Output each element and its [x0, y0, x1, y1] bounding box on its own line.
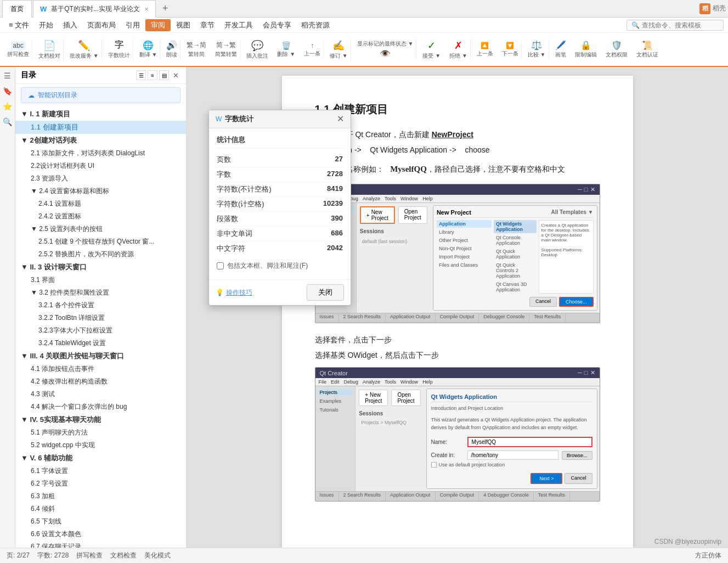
toc-item-4[interactable]: 2.2设计对话框列表 UI — [15, 160, 186, 172]
doc-tab-close[interactable]: × — [144, 5, 149, 13]
toc-item-30[interactable]: 6.3 加粗 — [15, 490, 186, 503]
toc-item-8[interactable]: 2.4.2 设置图标 — [15, 210, 186, 223]
toc-item-31[interactable]: 6.4 倾斜 — [15, 503, 186, 515]
qt-cancel-btn2[interactable]: Cancel — [565, 473, 592, 484]
tool-doc-check[interactable]: 📄 文档校对 — [36, 38, 64, 61]
tool-delete[interactable]: 🗑️ 删除 ▼ — [274, 40, 298, 59]
toc-item-17[interactable]: 3.2.3字体大小下拉框设置 — [15, 324, 186, 337]
watermark: CSDN @biyezuopinvip — [654, 538, 721, 545]
tool-correction[interactable]: ✏️ 批改服务 ▼ — [67, 38, 102, 61]
status-bar: 页: 2/27 字数: 2728 拼写检查 文档检查 美化模式 方正仿体 — [0, 548, 728, 563]
tool-cert[interactable]: 📜 文档认证 — [634, 39, 661, 60]
toc-item-27[interactable]: ▼ V. 6 辅助功能 — [15, 452, 186, 465]
toc-item-18[interactable]: 3.2.4 TableWidget 设置 — [15, 337, 186, 350]
toc-item-33[interactable]: 6.6 设置文本颜色 — [15, 528, 186, 541]
dialog-checkbox-row[interactable]: 包括文本框、脚注和尾注(F) — [217, 256, 343, 273]
toc-item-21[interactable]: 4.2 修改弹出框的构造函数 — [15, 375, 186, 388]
add-tab[interactable]: + — [157, 1, 174, 16]
menu-layout[interactable]: 页面布局 — [83, 19, 120, 31]
tool-next2[interactable]: 🔽 下一条 — [499, 41, 522, 59]
toc-item-6[interactable]: ▼ 2.4 设置窗体标题和图标 — [15, 185, 186, 198]
tool-translate[interactable]: 🌐 翻译 ▼ — [137, 39, 161, 60]
tool-reject[interactable]: ✗ 拒绝 ▼ — [447, 38, 471, 61]
qt-choose-btn[interactable]: Choose... — [559, 297, 594, 307]
toc-item-5[interactable]: 2.3 资源导入 — [15, 172, 186, 185]
toc-item-28[interactable]: 6.1 字体设置 — [15, 465, 186, 477]
doc-heading: 1.1 创建新项目 — [315, 102, 600, 117]
toc-btn-view[interactable]: ▤ — [159, 70, 169, 80]
dialog-section-title: 统计信息 — [217, 135, 343, 148]
home-tab[interactable]: 首页 — [2, 0, 32, 18]
menu-ref[interactable]: 引用 — [121, 19, 144, 31]
sidebar-icon-bookmark[interactable]: 🔖 — [3, 87, 12, 95]
toc-item-22[interactable]: 4.3 测试 — [15, 388, 186, 401]
tool-spell-check[interactable]: abc 拼写检查 — [4, 40, 32, 59]
toc-item-19[interactable]: ▼ III. 4 关联图片按钮与聊天窗口 — [15, 350, 186, 363]
smart-toc-btn[interactable]: ☁ 智能识别目录 — [21, 87, 180, 103]
search-input[interactable] — [642, 21, 719, 29]
stat-row-nospace: 字符数(不计空格)8419 — [217, 182, 343, 197]
tool-accept[interactable]: ✓ 接受 ▼ — [420, 38, 443, 61]
menu-member[interactable]: 会员专享 — [258, 19, 296, 31]
tool-simp-trad[interactable]: 简→繁 简繁转繁 — [212, 40, 240, 59]
toc-btn-collapse[interactable]: ☰ — [136, 70, 146, 80]
toc-item-3[interactable]: 2.1 添加新文件，对话列表类 DialogList — [15, 147, 186, 160]
tool-prev-comment[interactable]: ↑ 上一条 — [301, 41, 324, 59]
toc-close[interactable]: ✕ — [171, 70, 180, 80]
toc-item-26[interactable]: 5.2 widget.cpp 中实现 — [15, 439, 186, 452]
toc-item-10[interactable]: 2.5.1 创建 9 个按钮存放到 QVector 窗... — [15, 235, 186, 248]
tool-comment[interactable]: 💬 插入批注 — [244, 38, 271, 61]
toc-item-1[interactable]: 1.1 创建新项目 — [15, 121, 186, 134]
status-doc-check[interactable]: 文档检查 — [110, 551, 137, 560]
tool-compare[interactable]: ⚖️ 比较 ▼ — [525, 39, 549, 60]
toc-item-15[interactable]: 3.2.1 各个控件设置 — [15, 299, 186, 312]
toc-item-0[interactable]: ▼ I. 1 新建项目 — [15, 108, 186, 121]
include-textbox-checkbox[interactable] — [217, 262, 224, 269]
toc-item-16[interactable]: 3.2.2 ToolBtn 详细设置 — [15, 312, 186, 324]
toc-item-32[interactable]: 6.5 下划线 — [15, 515, 186, 528]
toc-item-12[interactable]: ▼ II. 3 设计聊天窗口 — [15, 261, 186, 274]
stat-row-chars: 字数2728 — [217, 167, 343, 182]
tool-restrict[interactable]: 🔒 限制编辑 — [572, 39, 600, 60]
status-beauty[interactable]: 美化模式 — [144, 551, 171, 560]
tool-prev2[interactable]: 🔼 上一条 — [474, 41, 496, 59]
qt-browse-btn[interactable]: Browse... — [562, 451, 592, 460]
toc-item-14[interactable]: ▼ 3.2 控件类型和属性设置 — [15, 286, 186, 299]
tool-show-status[interactable]: 显示标记的最终状态 ▼ 👁️ — [354, 39, 417, 60]
menu-start[interactable]: 开始 — [35, 19, 58, 31]
menu-file[interactable]: ≡ 文件 — [4, 19, 33, 31]
tool-trad-simp[interactable]: 繁→简 繁转简 — [184, 40, 209, 59]
status-spell[interactable]: 拼写检查 — [76, 551, 103, 560]
tool-word-count[interactable]: 字 字数统计 — [105, 38, 133, 60]
tool-read[interactable]: 🔊 朗读 — [163, 39, 180, 60]
toc-item-11[interactable]: 2.5.2 替换图片，改为不同的资源 — [15, 248, 186, 261]
menu-insert[interactable]: 插入 — [59, 19, 82, 31]
doc-tab[interactable]: W 基于QT的实时...实现 毕业论文 × — [33, 0, 156, 18]
sidebar-icon-star[interactable]: ⭐ — [3, 102, 12, 111]
sidebar-icon-nav[interactable]: ☰ — [4, 71, 11, 80]
sidebar-icon-search[interactable]: 🔍 — [3, 117, 12, 126]
menu-review[interactable]: 审阅 — [145, 19, 171, 31]
menu-resource[interactable]: 稻壳资源 — [297, 19, 334, 31]
menu-chapter[interactable]: 章节 — [196, 19, 219, 31]
toc-btn-list[interactable]: ≡ — [148, 70, 157, 80]
toc-item-25[interactable]: 5.1 声明聊天的方法 — [15, 426, 186, 439]
toc-item-13[interactable]: 3.1 界面 — [15, 274, 186, 286]
tool-modify[interactable]: ✍️ 修订 ▼ — [327, 38, 351, 61]
menu-view[interactable]: 视图 — [172, 19, 195, 31]
toc-item-29[interactable]: 6.2 字号设置 — [15, 477, 186, 490]
dialog-tips-link[interactable]: 💡 操作技巧 — [216, 288, 252, 297]
tool-pen[interactable]: 🖊️ 画笔 — [552, 39, 569, 60]
toc-item-24[interactable]: ▼ IV. 5实现基本聊天功能 — [15, 413, 186, 426]
tool-permission[interactable]: 🛡️ 文档权限 — [603, 39, 630, 60]
toc-item-20[interactable]: 4.1 添加按钮点击事件 — [15, 363, 186, 375]
toc-item-2[interactable]: ▼ 2创建对话列表 — [15, 134, 186, 147]
toc-item-9[interactable]: ▼ 2.5 设置列表中的按钮 — [15, 223, 186, 235]
qt-cancel-btn[interactable]: Cancel — [529, 297, 557, 307]
toc-item-23[interactable]: 4.4 解决一个窗口多次弹出的 bug — [15, 401, 186, 413]
dialog-close-action[interactable]: 关闭 — [307, 284, 344, 301]
dialog-close-btn[interactable]: ✕ — [337, 115, 344, 123]
toc-item-7[interactable]: 2.4.1 设置标题 — [15, 198, 186, 210]
menu-dev[interactable]: 开发工具 — [220, 19, 257, 31]
qt-next-btn[interactable]: Next > — [531, 473, 562, 484]
